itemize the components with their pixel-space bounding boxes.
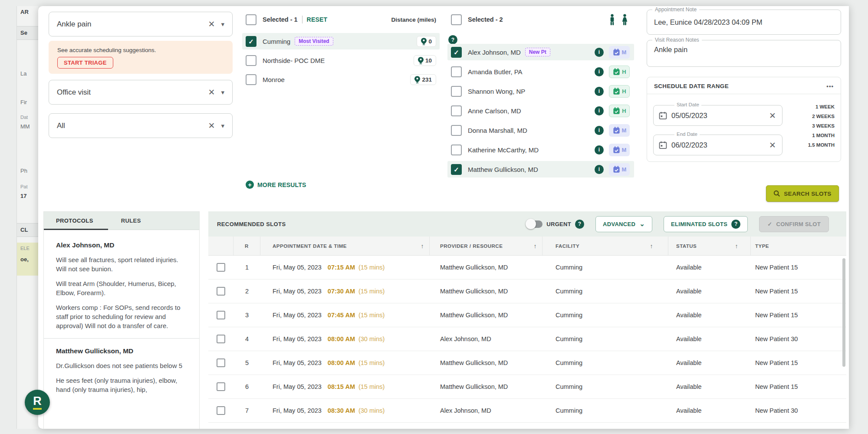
slot-row[interactable]: 1 Fri, May 05, 202307:15 AM(15 mins) Mat…: [208, 256, 846, 279]
provider-calendar-chip[interactable]: H: [609, 85, 630, 98]
provider-calendar-chip[interactable]: M: [609, 46, 630, 59]
header-appointment[interactable]: APPOINTMENT DATE & TIME↑: [260, 237, 430, 255]
clear-icon[interactable]: ✕: [769, 140, 776, 150]
provider-row[interactable]: Katherine McCarthy, MD i M: [447, 141, 634, 158]
location-checkbox[interactable]: [246, 55, 256, 66]
tab-protocols[interactable]: PROTOCOLS: [56, 217, 93, 224]
clear-icon[interactable]: ✕: [769, 111, 776, 121]
toggle-knob[interactable]: [526, 219, 536, 229]
slot-row[interactable]: 6 Fri, May 05, 202308:15 AM(15 mins) Mat…: [208, 375, 846, 399]
info-icon[interactable]: i: [595, 165, 604, 174]
sort-asc-icon[interactable]: ↑: [534, 243, 537, 250]
provider-calendar-chip[interactable]: H: [609, 105, 630, 117]
location-checkbox[interactable]: [246, 74, 256, 85]
reset-locations-link[interactable]: RESET: [307, 16, 328, 23]
search-slots-button[interactable]: SEARCH SLOTS: [766, 185, 839, 202]
provider-row[interactable]: Anne Carlson, MD i H: [447, 102, 634, 119]
help-icon[interactable]: ?: [448, 35, 457, 44]
visit-reason-notes-field[interactable]: Visit Reason Notes Ankle pain: [647, 40, 841, 67]
provider-checkbox[interactable]: ✓: [451, 164, 462, 175]
info-icon[interactable]: i: [595, 87, 604, 96]
slot-checkbox[interactable]: [217, 382, 225, 391]
slot-checkbox[interactable]: [217, 335, 225, 343]
provider-checkbox[interactable]: [451, 145, 462, 155]
provider-row[interactable]: Amanda Butler, PA i H: [447, 63, 634, 80]
male-person-icon[interactable]: [609, 14, 615, 26]
provider-checkbox[interactable]: [451, 86, 462, 97]
chevron-down-icon[interactable]: ▾: [221, 20, 224, 28]
sort-asc-icon[interactable]: ↑: [735, 243, 739, 250]
location-row[interactable]: Monroe 231: [242, 71, 440, 88]
provider-row[interactable]: ✓ Matthew Gullickson, MD i M: [447, 161, 634, 178]
header-facility[interactable]: FACILITY↑: [542, 237, 668, 255]
appointment-type-select[interactable]: Office visit ✕ ▾: [49, 80, 233, 105]
clear-icon[interactable]: ✕: [208, 121, 215, 131]
visit-reason-select[interactable]: Ankle pain ✕ ▾: [49, 12, 233, 36]
confirm-slot-button[interactable]: ✓ CONFIRM SLOT: [759, 216, 829, 232]
provider-row[interactable]: Donna Marshall, MD i M: [447, 122, 634, 138]
provider-checkbox[interactable]: [451, 105, 462, 116]
quick-link-3-weeks[interactable]: 3 WEEKS: [812, 123, 835, 128]
header-provider[interactable]: PROVIDER / RESOURCE↑: [430, 237, 542, 255]
info-icon[interactable]: i: [595, 67, 604, 76]
slot-checkbox[interactable]: [217, 311, 225, 319]
provider-calendar-chip[interactable]: M: [609, 144, 630, 156]
quick-link-1-week[interactable]: 1 WEEK: [815, 104, 835, 109]
calendar-icon[interactable]: [659, 141, 667, 149]
slot-checkbox[interactable]: [217, 263, 225, 272]
advanced-dropdown-button[interactable]: ADVANCED ⌄: [595, 216, 652, 232]
female-person-icon[interactable]: [621, 14, 628, 26]
header-rank[interactable]: R: [233, 237, 260, 255]
calendar-icon[interactable]: [659, 112, 667, 120]
sort-asc-icon[interactable]: ↑: [421, 243, 424, 250]
provider-calendar-chip[interactable]: H: [609, 66, 630, 78]
app-logo-button[interactable]: R: [25, 390, 50, 415]
start-triage-button[interactable]: START TRIAGE: [57, 57, 113, 69]
end-date-input[interactable]: End Date 06/02/2023 ✕: [653, 135, 783, 155]
location-row[interactable]: ✓ Cumming Most Visited 0: [242, 33, 440, 49]
location-checkbox[interactable]: ✓: [246, 36, 256, 47]
info-icon[interactable]: i: [595, 126, 604, 135]
provider-calendar-chip[interactable]: M: [609, 163, 630, 176]
appointment-note-field[interactable]: Appointment Note Lee, Eunice 04/28/2023 …: [647, 10, 841, 35]
header-type[interactable]: TYPE: [751, 237, 846, 255]
tab-rules[interactable]: RULES: [121, 217, 141, 224]
slot-row[interactable]: 2 Fri, May 05, 202307:30 AM(15 mins) Mat…: [208, 279, 846, 303]
slot-checkbox[interactable]: [217, 287, 225, 296]
more-options-icon[interactable]: •••: [826, 83, 834, 89]
start-date-input[interactable]: Start Date 05/05/2023 ✕: [653, 105, 783, 126]
select-all-providers-checkbox[interactable]: [451, 14, 462, 25]
quick-link-1-month[interactable]: 1 MONTH: [812, 133, 835, 138]
chevron-down-icon[interactable]: ▾: [221, 122, 224, 130]
quick-link-2-weeks[interactable]: 2 WEEKS: [812, 114, 835, 119]
provider-row[interactable]: Shannon Wong, NP i H: [447, 83, 634, 99]
provider-row[interactable]: ✓ Alex Johnson, MD New Pt i M: [447, 44, 634, 60]
info-icon[interactable]: i: [595, 145, 604, 155]
provider-calendar-chip[interactable]: M: [609, 124, 630, 137]
select-all-locations-checkbox[interactable]: [246, 14, 256, 25]
quick-link-1-5-month[interactable]: 1.5 MONTH: [808, 142, 835, 148]
info-icon[interactable]: i: [595, 106, 604, 115]
provider-checkbox[interactable]: [451, 125, 462, 136]
chevron-down-icon[interactable]: ▾: [221, 89, 224, 96]
provider-checkbox[interactable]: ✓: [451, 47, 462, 58]
table-scrollbar[interactable]: [842, 258, 845, 367]
help-icon[interactable]: ?: [575, 220, 584, 229]
more-results-link[interactable]: + MORE RESULTS: [246, 181, 306, 189]
eliminated-slots-button[interactable]: ELIMINATED SLOTS ?: [664, 216, 748, 232]
header-status[interactable]: STATUS↑: [668, 237, 751, 255]
slot-row[interactable]: 4 Fri, May 05, 202308:00 AM(30 mins) Ale…: [208, 327, 846, 351]
help-icon[interactable]: ?: [731, 220, 740, 229]
provider-type-select[interactable]: All ✕ ▾: [49, 113, 233, 138]
provider-checkbox[interactable]: [451, 66, 462, 77]
clear-icon[interactable]: ✕: [208, 87, 215, 97]
slot-checkbox[interactable]: [217, 358, 225, 367]
slot-checkbox[interactable]: [217, 406, 225, 415]
slot-row[interactable]: 7 Fri, May 05, 202308:30 AM(30 mins) Ale…: [208, 399, 846, 423]
sort-asc-icon[interactable]: ↑: [650, 243, 654, 250]
location-row[interactable]: Northside- POC DME 10: [242, 52, 440, 69]
slot-row[interactable]: 3 Fri, May 05, 202307:45 AM(15 mins) Mat…: [208, 303, 846, 327]
slot-row[interactable]: 5 Fri, May 05, 202308:00 AM(15 mins) Mat…: [208, 351, 846, 375]
clear-icon[interactable]: ✕: [208, 19, 215, 29]
start-date-value[interactable]: 05/05/2023: [671, 112, 765, 120]
